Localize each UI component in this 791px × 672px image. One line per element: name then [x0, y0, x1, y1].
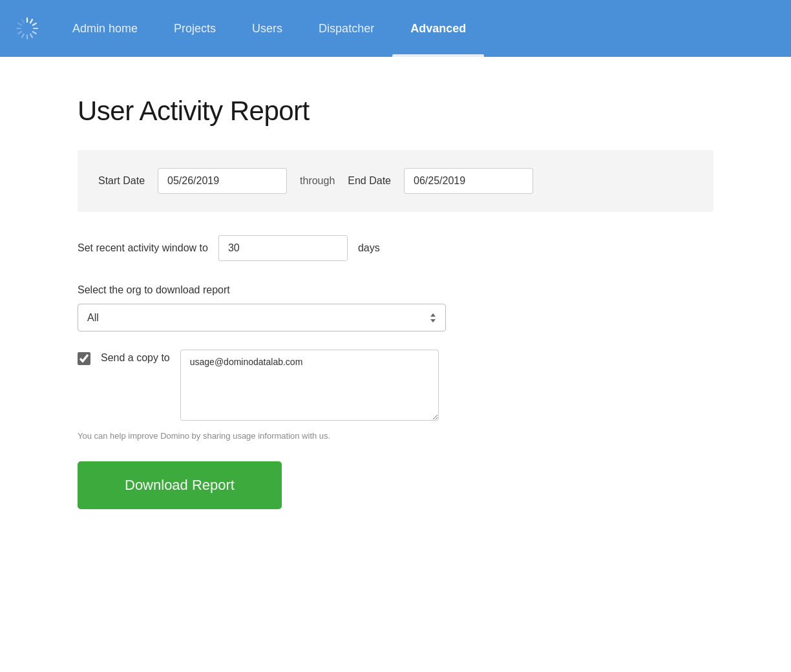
send-copy-checkbox[interactable]: [78, 352, 90, 365]
activity-window-input[interactable]: [218, 235, 348, 261]
svg-line-2: [33, 23, 36, 25]
page-title: User Activity Report: [78, 96, 713, 127]
svg-line-1: [30, 19, 32, 23]
nav-item-projects[interactable]: Projects: [156, 0, 234, 57]
activity-window-row: Set recent activity window to days: [78, 235, 713, 261]
activity-window-label: Set recent activity window to: [78, 242, 208, 254]
org-section: Select the org to download report All: [78, 284, 713, 331]
svg-line-10: [18, 23, 21, 25]
end-date-input[interactable]: [404, 168, 533, 194]
svg-line-11: [22, 19, 24, 23]
send-copy-row: Send a copy to usage@dominodatalab.com: [78, 350, 713, 421]
send-copy-label: Send a copy to: [101, 350, 170, 364]
days-label: days: [358, 242, 380, 254]
start-date-input[interactable]: [158, 168, 287, 194]
end-date-label: End Date: [348, 175, 391, 187]
svg-line-5: [30, 34, 32, 37]
navbar: Admin home Projects Users Dispatcher Adv…: [0, 0, 791, 57]
nav-item-admin-home[interactable]: Admin home: [54, 0, 156, 57]
main-content: User Activity Report Start Date through …: [0, 57, 791, 548]
logo-icon: [13, 14, 41, 43]
svg-line-7: [22, 34, 24, 37]
through-label: through: [300, 175, 335, 187]
start-date-label: Start Date: [98, 175, 145, 187]
send-copy-checkbox-wrapper: [78, 352, 90, 365]
helper-text: You can help improve Domino by sharing u…: [78, 431, 713, 441]
org-select[interactable]: All: [78, 304, 446, 331]
nav-item-dispatcher[interactable]: Dispatcher: [301, 0, 392, 57]
svg-line-4: [33, 32, 36, 34]
svg-line-8: [18, 32, 21, 34]
org-select-wrapper: All: [78, 304, 446, 331]
nav-item-users[interactable]: Users: [234, 0, 301, 57]
logo: [0, 14, 54, 43]
date-range-box: Start Date through End Date: [78, 150, 713, 212]
nav-item-advanced[interactable]: Advanced: [392, 0, 484, 57]
download-report-button[interactable]: Download Report: [78, 461, 282, 509]
org-select-label: Select the org to download report: [78, 284, 713, 296]
nav-items: Admin home Projects Users Dispatcher Adv…: [54, 0, 484, 57]
send-copy-email-input[interactable]: usage@dominodatalab.com: [180, 350, 439, 421]
